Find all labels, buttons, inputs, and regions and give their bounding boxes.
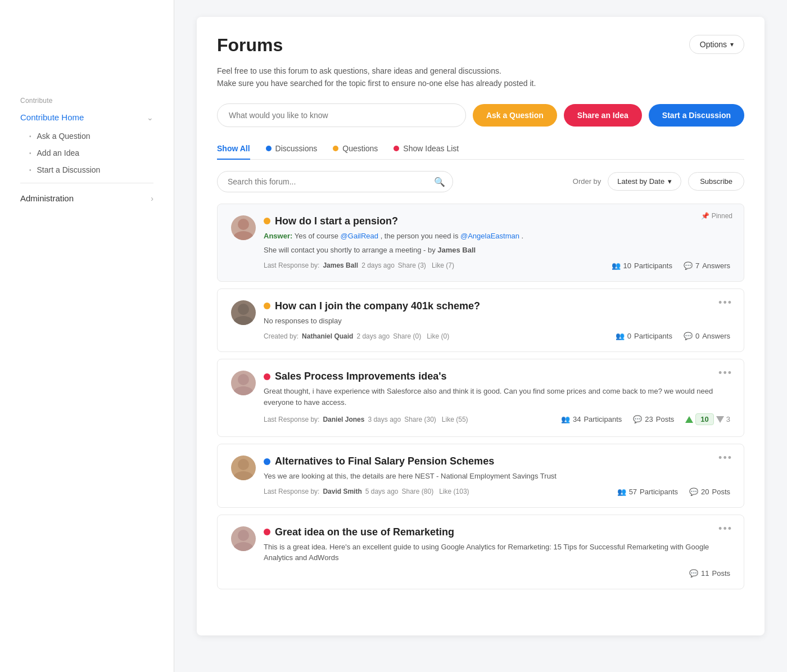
share-link-2[interactable]: Share (0) (393, 332, 421, 340)
post-top-1: How do I start a pension? Answer: Yes of… (231, 215, 730, 270)
forum-search-wrapper: 🔍 (217, 171, 453, 192)
participants-label-1: Participants (634, 261, 672, 270)
forum-controls: 🔍 Order by Latest by Date ▾ Subscribe (217, 171, 744, 192)
post-top-5: Great idea on the use of Remarketing Thi… (231, 526, 730, 578)
post-meta-right-1: 👥 10 Participants 💬 7 Answers (612, 261, 730, 270)
people-icon-2: 👥 (616, 332, 625, 340)
chevron-right-icon: › (151, 194, 153, 203)
vote-group-3: 10 3 (685, 413, 730, 425)
like-link-4[interactable]: Like (103) (439, 488, 469, 495)
post-title-row-5: Great idea on the use of Remarketing (264, 526, 730, 538)
main-search-input[interactable] (217, 103, 466, 127)
forums-description-line2: Make sure you have searched for the topi… (217, 77, 744, 89)
post-meta-left-1: Last Response by: James Ball 2 days ago … (264, 261, 454, 269)
vote-down-count-3: 3 (726, 415, 730, 423)
vote-up-button-3[interactable] (685, 416, 693, 423)
subscribe-button[interactable]: Subscribe (688, 172, 744, 191)
more-options-button-2[interactable]: ••• (718, 297, 732, 309)
tab-ideas-list[interactable]: Show Ideas List (394, 138, 459, 160)
share-like-4: Share (80) Like (103) (401, 488, 469, 495)
forums-title: Forums (217, 35, 283, 56)
post-card-1: 📌 Pinned How do I start a pension? Answe… (217, 204, 744, 282)
answers-label-1: Answers (702, 261, 730, 270)
post-card-2: ••• How can I join the company 401k sche… (217, 288, 744, 353)
participants-label-2: Participants (634, 332, 672, 340)
type-dot-question-2 (264, 303, 270, 309)
like-link-2[interactable]: Like (0) (427, 332, 449, 340)
post-title-2: How can I join the company 401k scheme? (275, 300, 480, 312)
svg-point-8 (238, 530, 249, 541)
mention-gailread[interactable]: @GailRead (341, 232, 378, 240)
sidebar-item-administration[interactable]: Administration › (0, 188, 174, 209)
sidebar-admin-label: Administration (20, 193, 74, 203)
post-body-3: Great thought, i have experience with Sa… (264, 386, 730, 408)
answers-stat-2: 💬 0 Answers (684, 332, 730, 340)
post-title-row-1: How do I start a pension? (264, 215, 730, 227)
participants-stat-3: 👥 34 Participants (561, 415, 622, 423)
post-meta-right-2: 👥 0 Participants 💬 0 Answers (616, 332, 730, 340)
like-link-1[interactable]: Like (7) (432, 261, 454, 269)
like-link-3[interactable]: Like (55) (442, 416, 468, 423)
avatar-3 (231, 371, 256, 395)
post-content-5: Great idea on the use of Remarketing Thi… (264, 526, 730, 578)
tab-questions[interactable]: Questions (333, 138, 378, 160)
post-title-5: Great idea on the use of Remarketing (275, 526, 454, 538)
post-body-2: No responses to display (264, 315, 730, 327)
post-title-4: Alternatives to Final Salary Pension Sch… (275, 455, 494, 467)
mention-angeleaeastman[interactable]: @AngelaEastman (460, 232, 519, 240)
sidebar-sub-item-start-discussion[interactable]: Start a Discussion (0, 161, 174, 178)
post-card-4: ••• Alternatives to Final Salary Pension… (217, 444, 744, 508)
tab-questions-label: Questions (342, 144, 378, 153)
ask-question-button[interactable]: Ask a Question (473, 104, 557, 127)
sidebar-divider (20, 183, 153, 183)
post-author-bold-1: James Ball (437, 246, 476, 254)
pinned-badge: 📌 Pinned (701, 212, 732, 220)
post-content-4: Alternatives to Final Salary Pension Sch… (264, 455, 730, 496)
more-options-button-4[interactable]: ••• (718, 452, 732, 464)
posts-count-4: 20 (701, 488, 709, 496)
svg-point-6 (238, 459, 249, 470)
post-title-1: How do I start a pension? (275, 215, 398, 227)
post-content-3: Sales Process Improvements idea's Great … (264, 371, 730, 425)
share-link-4[interactable]: Share (80) (401, 488, 433, 495)
tab-discussions[interactable]: Discussions (266, 138, 318, 160)
more-options-button-5[interactable]: ••• (718, 523, 732, 535)
forum-search-input[interactable] (217, 171, 453, 192)
share-like-1: Share (3) Like (7) (398, 261, 454, 269)
post-title-row-4: Alternatives to Final Salary Pension Sch… (264, 455, 730, 467)
post-meta-left-3: Last Response by: Daniel Jones 3 days ag… (264, 416, 468, 423)
svg-point-3 (233, 316, 254, 325)
more-options-button-3[interactable]: ••• (718, 367, 732, 379)
type-dot-question-1 (264, 218, 270, 224)
post-body-4: Yes we are looking at this, the details … (264, 471, 730, 482)
tab-show-all-label: Show All (217, 144, 250, 153)
posts-label-5: Posts (712, 569, 730, 578)
start-discussion-button[interactable]: Start a Discussion (649, 104, 744, 127)
post-answer-line2-1: She will contact you shortly to arrange … (264, 245, 730, 256)
sidebar-sub-item-ask-question[interactable]: Ask a Question (0, 128, 174, 145)
answers-count-2: 0 (695, 332, 699, 340)
ideas-dot (394, 146, 399, 151)
participants-count-3: 34 (573, 415, 581, 423)
share-link-1[interactable]: Share (3) (398, 261, 426, 269)
tab-show-all[interactable]: Show All (217, 138, 250, 160)
tabs-row: Show All Discussions Questions Show Idea… (217, 138, 744, 160)
order-label: Order by (573, 177, 601, 186)
main-search-wrapper (217, 103, 466, 127)
share-link-3[interactable]: Share (30) (404, 416, 436, 423)
questions-dot (333, 146, 338, 151)
vote-down-button-3[interactable] (716, 416, 724, 423)
options-button[interactable]: Options ▾ (689, 35, 744, 54)
chat-icon-2: 💬 (684, 332, 693, 340)
sidebar-sub-item-add-idea[interactable]: Add an Idea (0, 145, 174, 161)
post-meta-4: Last Response by: David Smith 5 days ago… (264, 488, 730, 496)
order-by-button[interactable]: Latest by Date ▾ (608, 172, 681, 191)
svg-point-9 (233, 542, 254, 551)
sidebar-item-contribute-home[interactable]: Contribute Home ⌄ (0, 107, 174, 128)
tab-discussions-label: Discussions (275, 144, 318, 153)
avatar-1 (231, 215, 256, 240)
participants-count-1: 10 (623, 261, 631, 270)
post-meta-left-4: Last Response by: David Smith 5 days ago… (264, 488, 469, 495)
pinned-label: Pinned (712, 212, 732, 220)
share-idea-button[interactable]: Share an Idea (564, 104, 642, 127)
